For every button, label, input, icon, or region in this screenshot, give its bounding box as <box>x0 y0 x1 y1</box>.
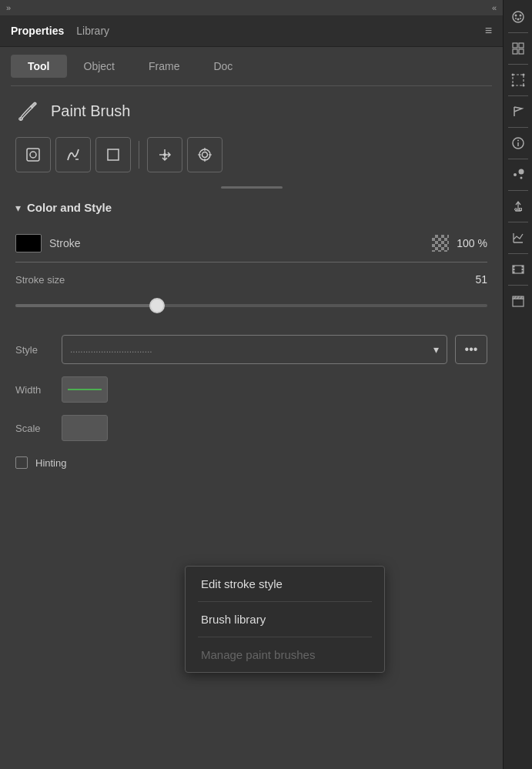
rail-icon-usb[interactable] <box>504 192 533 220</box>
style-label: Style <box>15 344 54 356</box>
stroke-color-swatch[interactable] <box>15 234 42 252</box>
tab-frame[interactable]: Frame <box>132 55 196 78</box>
toolbar-btn-mode3[interactable] <box>95 137 131 172</box>
toolbar-btn-target[interactable] <box>187 137 223 172</box>
slider-track[interactable] <box>15 304 487 307</box>
rail-icon-chart[interactable] <box>504 224 533 252</box>
rail-icon-grid-large[interactable] <box>504 35 533 62</box>
svg-point-6 <box>202 152 208 158</box>
svg-rect-3 <box>108 149 119 160</box>
rail-icon-filmstrip[interactable] <box>504 256 533 283</box>
stroke-opacity: 100 % <box>457 237 487 249</box>
toolbar-btn-transform[interactable] <box>147 137 182 172</box>
svg-point-8 <box>514 15 517 17</box>
panel-header: Properties Library ≡ <box>0 15 503 47</box>
expand-right-icon[interactable]: « <box>492 3 497 12</box>
rail-separator-5 <box>508 159 528 159</box>
slider-fill <box>15 304 157 307</box>
svg-rect-33 <box>521 266 524 268</box>
svg-point-26 <box>520 177 522 179</box>
stroke-size-row: Stroke size 51 <box>15 269 487 289</box>
width-line <box>68 389 102 390</box>
svg-rect-13 <box>513 43 517 48</box>
paintbrush-icon <box>15 99 40 123</box>
stroke-label: Stroke <box>49 237 424 249</box>
slider-row <box>15 289 487 329</box>
svg-point-20 <box>511 85 514 87</box>
hinting-checkbox[interactable] <box>15 456 28 469</box>
svg-rect-36 <box>513 299 524 306</box>
tab-properties[interactable]: Properties <box>11 23 64 38</box>
toolbar-divider <box>139 141 139 169</box>
hinting-row: Hinting <box>15 447 487 475</box>
tab-doc[interactable]: Doc <box>196 55 249 78</box>
svg-point-10 <box>517 18 519 21</box>
tab-tool[interactable]: Tool <box>11 55 67 78</box>
icon-rail <box>503 0 532 769</box>
svg-point-7 <box>513 12 524 22</box>
style-more-button[interactable]: ••• <box>455 335 487 364</box>
rail-icon-grid-corners[interactable] <box>504 66 533 94</box>
svg-point-9 <box>519 15 521 17</box>
rail-separator-9 <box>508 285 528 286</box>
svg-rect-14 <box>519 43 524 48</box>
top-arrows: » « <box>0 0 503 15</box>
popup-item-brush-library[interactable]: Brush library <box>186 602 384 637</box>
popup-item-edit-stroke[interactable]: Edit stroke style <box>186 567 384 601</box>
svg-point-5 <box>199 149 210 160</box>
rail-separator-4 <box>508 127 528 128</box>
rail-separator-7 <box>508 222 528 222</box>
rail-icon-palette[interactable] <box>504 3 533 31</box>
svg-rect-15 <box>513 49 517 54</box>
svg-rect-32 <box>513 272 515 274</box>
tool-name-row: Paint Brush <box>0 86 503 131</box>
panel-tabs: Properties Library <box>11 23 109 38</box>
scroll-indicator <box>0 183 503 192</box>
rail-icon-dots[interactable] <box>504 161 533 189</box>
section-header-color-style[interactable]: ▾ Color and Style <box>0 192 503 222</box>
dropdown-chevron-icon: ▾ <box>433 343 439 356</box>
stroke-size-value: 51 <box>475 273 487 286</box>
tool-tabs: Tool Object Frame Doc <box>0 47 503 85</box>
stroke-size-label: Stroke size <box>15 274 65 286</box>
scale-label: Scale <box>15 423 54 434</box>
toolbar-icons-row <box>0 131 503 183</box>
svg-rect-17 <box>513 75 524 85</box>
width-swatch[interactable] <box>62 376 108 403</box>
svg-point-4 <box>163 153 166 156</box>
svg-point-24 <box>514 173 517 176</box>
width-label: Width <box>15 384 54 396</box>
popup-item-manage-brushes: Manage paint brushes <box>186 637 384 672</box>
rail-separator-6 <box>508 190 528 191</box>
svg-rect-1 <box>27 149 39 161</box>
checkerboard-icon[interactable] <box>432 235 449 252</box>
toolbar-btn-mode1[interactable] <box>15 137 51 172</box>
scale-row: Scale <box>15 409 487 447</box>
slider-thumb[interactable] <box>149 298 165 313</box>
panel-menu-icon[interactable]: ≡ <box>485 24 492 38</box>
style-row: Style ................................ ▾… <box>15 329 487 370</box>
rail-icon-info[interactable] <box>504 129 533 157</box>
svg-point-12 <box>519 18 520 19</box>
section-title: Color and Style <box>27 201 112 214</box>
svg-rect-30 <box>513 266 515 268</box>
expand-left-icon[interactable]: » <box>6 3 11 12</box>
tab-object[interactable]: Object <box>67 55 132 78</box>
rail-separator-2 <box>508 64 528 65</box>
tab-library[interactable]: Library <box>76 23 109 38</box>
hinting-label: Hinting <box>35 457 66 469</box>
svg-rect-31 <box>513 269 515 271</box>
scroll-bar <box>221 186 283 189</box>
style-dropdown-text: ................................ <box>70 344 429 355</box>
svg-point-11 <box>514 18 516 19</box>
style-dropdown[interactable]: ................................ ▾ <box>62 335 447 364</box>
tool-name-label: Paint Brush <box>51 102 130 120</box>
rail-icon-flag[interactable] <box>504 98 533 125</box>
rail-icon-clapperboard[interactable] <box>504 287 533 315</box>
svg-point-25 <box>518 169 524 175</box>
scale-swatch[interactable] <box>62 415 108 441</box>
toolbar-btn-mode2[interactable] <box>55 137 91 172</box>
svg-point-19 <box>522 74 524 76</box>
rail-separator-3 <box>508 95 528 96</box>
svg-rect-35 <box>521 272 524 274</box>
